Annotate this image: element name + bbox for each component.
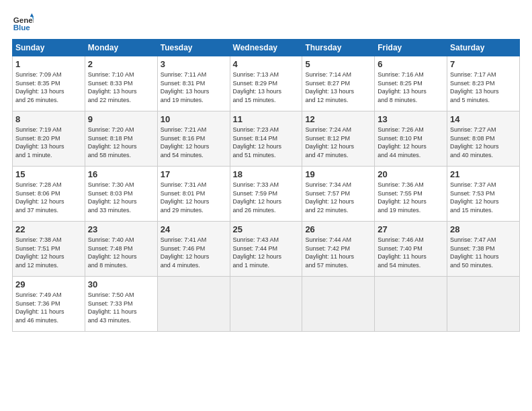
calendar-body: 1Sunrise: 7:09 AM Sunset: 8:35 PM Daylig… xyxy=(13,56,520,332)
day-number: 4 xyxy=(233,59,300,69)
calendar-table: SundayMondayTuesdayWednesdayThursdayFrid… xyxy=(12,39,520,332)
day-number: 3 xyxy=(161,59,227,69)
day-info: Sunrise: 7:14 AM Sunset: 8:27 PM Dayligh… xyxy=(305,71,371,104)
calendar-week-3: 15Sunrise: 7:28 AM Sunset: 8:06 PM Dayli… xyxy=(13,167,520,222)
day-info: Sunrise: 7:13 AM Sunset: 8:29 PM Dayligh… xyxy=(233,71,300,104)
calendar-cell: 24Sunrise: 7:41 AM Sunset: 7:46 PM Dayli… xyxy=(157,222,230,277)
calendar-cell: 9Sunrise: 7:20 AM Sunset: 8:18 PM Daylig… xyxy=(85,111,157,167)
calendar-cell: 19Sunrise: 7:34 AM Sunset: 7:57 PM Dayli… xyxy=(302,167,375,222)
day-number: 27 xyxy=(378,224,444,234)
day-number: 9 xyxy=(88,114,154,124)
day-info: Sunrise: 7:10 AM Sunset: 8:33 PM Dayligh… xyxy=(88,71,154,104)
calendar-cell: 10Sunrise: 7:21 AM Sunset: 8:16 PM Dayli… xyxy=(157,111,230,167)
calendar-cell: 8Sunrise: 7:19 AM Sunset: 8:20 PM Daylig… xyxy=(13,111,85,167)
logo-icon: General Blue xyxy=(12,12,34,34)
calendar-week-1: 1Sunrise: 7:09 AM Sunset: 8:35 PM Daylig… xyxy=(13,56,520,111)
day-info: Sunrise: 7:44 AM Sunset: 7:42 PM Dayligh… xyxy=(305,236,371,269)
day-info: Sunrise: 7:11 AM Sunset: 8:31 PM Dayligh… xyxy=(161,71,227,104)
day-number: 22 xyxy=(15,224,82,234)
calendar-cell: 13Sunrise: 7:26 AM Sunset: 8:10 PM Dayli… xyxy=(375,111,447,167)
day-info: Sunrise: 7:23 AM Sunset: 8:14 PM Dayligh… xyxy=(233,126,300,159)
day-info: Sunrise: 7:19 AM Sunset: 8:20 PM Dayligh… xyxy=(15,126,82,159)
calendar-cell: 14Sunrise: 7:27 AM Sunset: 8:08 PM Dayli… xyxy=(447,111,520,167)
day-info: Sunrise: 7:47 AM Sunset: 7:38 PM Dayligh… xyxy=(450,236,517,269)
day-info: Sunrise: 7:28 AM Sunset: 8:06 PM Dayligh… xyxy=(15,181,82,214)
day-number: 8 xyxy=(15,114,82,124)
calendar-cell: 11Sunrise: 7:23 AM Sunset: 8:14 PM Dayli… xyxy=(230,111,302,167)
day-number: 13 xyxy=(378,114,444,124)
day-info: Sunrise: 7:34 AM Sunset: 7:57 PM Dayligh… xyxy=(305,181,371,214)
calendar-week-5: 29Sunrise: 7:49 AM Sunset: 7:36 PM Dayli… xyxy=(13,277,520,332)
day-info: Sunrise: 7:49 AM Sunset: 7:36 PM Dayligh… xyxy=(15,291,82,324)
day-info: Sunrise: 7:31 AM Sunset: 8:01 PM Dayligh… xyxy=(161,181,227,214)
day-number: 23 xyxy=(88,224,154,234)
day-number: 5 xyxy=(305,59,371,69)
calendar-cell: 30Sunrise: 7:50 AM Sunset: 7:33 PM Dayli… xyxy=(85,277,157,332)
calendar-week-2: 8Sunrise: 7:19 AM Sunset: 8:20 PM Daylig… xyxy=(13,111,520,167)
calendar-cell: 28Sunrise: 7:47 AM Sunset: 7:38 PM Dayli… xyxy=(447,222,520,277)
calendar-cell: 22Sunrise: 7:38 AM Sunset: 7:51 PM Dayli… xyxy=(13,222,85,277)
day-info: Sunrise: 7:20 AM Sunset: 8:18 PM Dayligh… xyxy=(88,126,154,159)
calendar-cell: 25Sunrise: 7:43 AM Sunset: 7:44 PM Dayli… xyxy=(230,222,302,277)
day-number: 26 xyxy=(305,224,371,234)
day-number: 15 xyxy=(15,169,82,179)
header: General Blue xyxy=(12,12,520,34)
day-number: 28 xyxy=(450,224,517,234)
day-info: Sunrise: 7:30 AM Sunset: 8:03 PM Dayligh… xyxy=(88,181,154,214)
day-number: 2 xyxy=(88,59,154,69)
day-number: 18 xyxy=(233,169,300,179)
day-number: 29 xyxy=(15,279,82,289)
weekday-friday: Friday xyxy=(375,40,447,56)
calendar-cell xyxy=(447,277,520,332)
day-number: 6 xyxy=(378,59,444,69)
calendar-cell xyxy=(157,277,230,332)
weekday-header: SundayMondayTuesdayWednesdayThursdayFrid… xyxy=(13,40,520,56)
day-number: 14 xyxy=(450,114,517,124)
day-info: Sunrise: 7:43 AM Sunset: 7:44 PM Dayligh… xyxy=(233,236,300,269)
calendar-cell: 29Sunrise: 7:49 AM Sunset: 7:36 PM Dayli… xyxy=(13,277,85,332)
day-number: 16 xyxy=(88,169,154,179)
calendar-cell: 15Sunrise: 7:28 AM Sunset: 8:06 PM Dayli… xyxy=(13,167,85,222)
calendar-cell: 6Sunrise: 7:16 AM Sunset: 8:25 PM Daylig… xyxy=(375,56,447,111)
day-info: Sunrise: 7:26 AM Sunset: 8:10 PM Dayligh… xyxy=(378,126,444,159)
calendar-cell: 1Sunrise: 7:09 AM Sunset: 8:35 PM Daylig… xyxy=(13,56,85,111)
day-number: 7 xyxy=(450,59,517,69)
day-info: Sunrise: 7:46 AM Sunset: 7:40 PM Dayligh… xyxy=(378,236,444,269)
day-info: Sunrise: 7:38 AM Sunset: 7:51 PM Dayligh… xyxy=(15,236,82,269)
calendar-cell: 2Sunrise: 7:10 AM Sunset: 8:33 PM Daylig… xyxy=(85,56,157,111)
calendar-cell: 5Sunrise: 7:14 AM Sunset: 8:27 PM Daylig… xyxy=(302,56,375,111)
day-info: Sunrise: 7:21 AM Sunset: 8:16 PM Dayligh… xyxy=(161,126,227,159)
calendar-cell: 17Sunrise: 7:31 AM Sunset: 8:01 PM Dayli… xyxy=(157,167,230,222)
day-info: Sunrise: 7:40 AM Sunset: 7:48 PM Dayligh… xyxy=(88,236,154,269)
day-info: Sunrise: 7:09 AM Sunset: 8:35 PM Dayligh… xyxy=(15,71,82,104)
day-number: 12 xyxy=(305,114,371,124)
calendar-cell xyxy=(375,277,447,332)
calendar-cell: 26Sunrise: 7:44 AM Sunset: 7:42 PM Dayli… xyxy=(302,222,375,277)
calendar-cell: 12Sunrise: 7:24 AM Sunset: 8:12 PM Dayli… xyxy=(302,111,375,167)
day-info: Sunrise: 7:41 AM Sunset: 7:46 PM Dayligh… xyxy=(161,236,227,269)
day-info: Sunrise: 7:37 AM Sunset: 7:53 PM Dayligh… xyxy=(450,181,517,214)
calendar-cell xyxy=(230,277,302,332)
calendar-week-4: 22Sunrise: 7:38 AM Sunset: 7:51 PM Dayli… xyxy=(13,222,520,277)
calendar-cell: 7Sunrise: 7:17 AM Sunset: 8:23 PM Daylig… xyxy=(447,56,520,111)
day-info: Sunrise: 7:27 AM Sunset: 8:08 PM Dayligh… xyxy=(450,126,517,159)
day-number: 19 xyxy=(305,169,371,179)
day-number: 30 xyxy=(88,279,154,289)
day-number: 1 xyxy=(15,59,82,69)
day-number: 11 xyxy=(233,114,300,124)
calendar-cell: 27Sunrise: 7:46 AM Sunset: 7:40 PM Dayli… xyxy=(375,222,447,277)
day-number: 17 xyxy=(161,169,227,179)
calendar-page: General Blue SundayMondayTuesdayWednesda… xyxy=(0,0,532,411)
day-info: Sunrise: 7:33 AM Sunset: 7:59 PM Dayligh… xyxy=(233,181,300,214)
calendar-cell: 4Sunrise: 7:13 AM Sunset: 8:29 PM Daylig… xyxy=(230,56,302,111)
calendar-cell: 20Sunrise: 7:36 AM Sunset: 7:55 PM Dayli… xyxy=(375,167,447,222)
calendar-cell: 23Sunrise: 7:40 AM Sunset: 7:48 PM Dayli… xyxy=(85,222,157,277)
weekday-tuesday: Tuesday xyxy=(157,40,230,56)
calendar-cell: 18Sunrise: 7:33 AM Sunset: 7:59 PM Dayli… xyxy=(230,167,302,222)
day-info: Sunrise: 7:24 AM Sunset: 8:12 PM Dayligh… xyxy=(305,126,371,159)
day-number: 10 xyxy=(161,114,227,124)
calendar-cell: 16Sunrise: 7:30 AM Sunset: 8:03 PM Dayli… xyxy=(85,167,157,222)
day-info: Sunrise: 7:17 AM Sunset: 8:23 PM Dayligh… xyxy=(450,71,517,104)
day-info: Sunrise: 7:16 AM Sunset: 8:25 PM Dayligh… xyxy=(378,71,444,104)
day-number: 20 xyxy=(378,169,444,179)
